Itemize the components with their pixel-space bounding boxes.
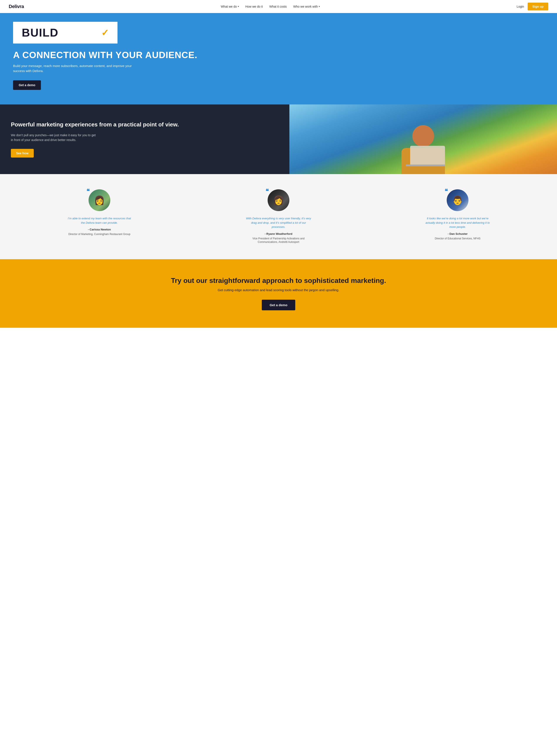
hero-subtext: Build your message, reach more subscribe…: [13, 63, 144, 73]
cta-demo-button[interactable]: Get a demo: [262, 300, 295, 310]
cta-heading: Try out our straightforward approach to …: [13, 277, 544, 285]
testimonial-quote-3: It looks like we’re doing a lot more wor…: [425, 216, 490, 229]
testimonial-card-3: ❝ 👨 It looks like we’re doing a lot more…: [425, 189, 490, 244]
avatar-ryann: 👩: [268, 189, 289, 211]
nav-label-what-it-costs: What it costs: [269, 5, 287, 8]
nav-item-who-we-work-with[interactable]: Who we work with ▾: [293, 5, 320, 8]
nav-actions: Login Sign up: [517, 3, 548, 10]
nav-links: What we do ▾ How we do it What it costs …: [221, 5, 320, 8]
nav-item-how-we-do-it[interactable]: How we do it: [245, 5, 263, 8]
hero-headline: A CONNECTION WITH YOUR AUDIENCE.: [13, 50, 544, 60]
testimonial-avatar-wrap-1: ❝ 👩: [89, 189, 110, 212]
testimonials-section: ❝ 👩 I’m able to extend my team with the …: [0, 174, 557, 259]
hero-build-word: BUILD: [22, 26, 59, 39]
quote-icon-2: ❝: [265, 188, 269, 194]
login-button[interactable]: Login: [517, 5, 524, 8]
navigation: Delivra What we do ▾ How we do it What i…: [0, 0, 557, 13]
testimonial-avatar-wrap-3: ❝ 👨: [447, 189, 468, 212]
testimonial-name-1: - Carissa Newton: [67, 228, 132, 231]
nav-item-what-it-costs[interactable]: What it costs: [269, 5, 287, 8]
logo[interactable]: Delivra: [9, 4, 24, 9]
hero-section: BUILD ✓ A CONNECTION WITH YOUR AUDIENCE.…: [0, 13, 557, 105]
hero-demo-button[interactable]: Get a demo: [13, 80, 41, 90]
testimonial-avatar-wrap-2: ❝ 👩: [268, 189, 289, 212]
cta-subtext: Get cutting-edge automation and lead sco…: [13, 288, 544, 292]
testimonial-quote-1: I’m able to extend my team with the reso…: [67, 216, 132, 225]
marketing-body: We don’t pull any punches—we just make i…: [11, 133, 98, 143]
hero-build-box: BUILD ✓: [13, 22, 117, 43]
testimonial-card-2: ❝ 👩 With Delivra everything is very user…: [246, 189, 311, 244]
testimonial-card-1: ❝ 👩 I’m able to extend my team with the …: [67, 189, 132, 244]
avatar-dan: 👨: [447, 189, 468, 211]
nav-item-what-we-do[interactable]: What we do ▾: [221, 5, 239, 8]
marketing-right: [289, 105, 557, 174]
nav-label-how-we-do-it: How we do it: [245, 5, 263, 8]
avatar-carissa: 👩: [89, 189, 110, 211]
marketing-section: Powerful marketing experiences from a pr…: [0, 105, 557, 174]
chevron-down-icon-2: ▾: [319, 5, 320, 8]
quote-icon-1: ❝: [86, 188, 90, 194]
marketing-left: Powerful marketing experiences from a pr…: [0, 105, 289, 174]
chevron-down-icon: ▾: [238, 5, 239, 8]
testimonial-quote-2: With Delivra everything is very user fri…: [246, 216, 311, 229]
nav-label-what-we-do: What we do: [221, 5, 237, 8]
quote-icon-3: ❝: [444, 188, 448, 194]
testimonial-name-3: - Dan Schuster: [425, 232, 490, 235]
testimonial-title-1: Director of Marketing, Cunningham Restau…: [67, 232, 132, 236]
marketing-heading: Powerful marketing experiences from a pr…: [11, 121, 278, 128]
signup-button[interactable]: Sign up: [528, 3, 548, 10]
testimonial-name-2: - Ryann Weatherford: [246, 232, 311, 235]
chevron-check-icon: ✓: [101, 27, 109, 38]
nav-label-who-we-work-with: Who we work with: [293, 5, 318, 8]
testimonial-title-2: Vice President of Partnership Activation…: [246, 237, 311, 244]
see-how-button[interactable]: See how: [11, 149, 34, 157]
testimonial-title-3: Director of Educational Services, NFHS: [425, 237, 490, 240]
cta-section: Try out our straightforward approach to …: [0, 259, 557, 328]
